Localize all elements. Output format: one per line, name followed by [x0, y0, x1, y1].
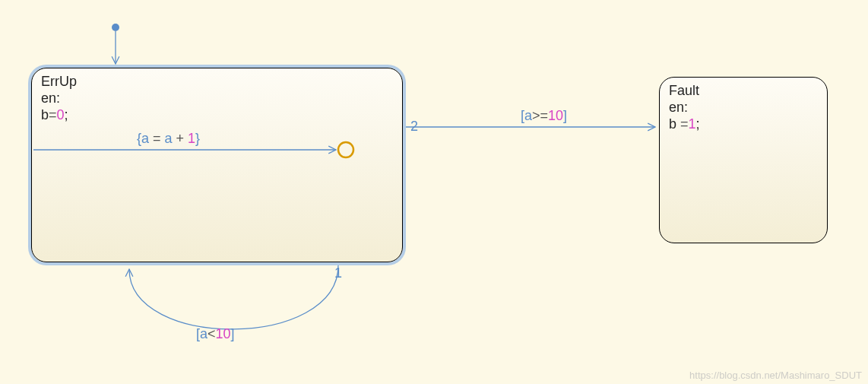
self-transition [129, 265, 338, 329]
state-fault-entry-key: en: [669, 99, 818, 116]
state-errup-entry-key: en: [41, 90, 393, 106]
stateflow-canvas: ErrUp en: b=0; Fault en: b =1; {a = a + … [0, 0, 868, 384]
state-fault[interactable]: Fault en: b =1; [659, 77, 828, 243]
state-fault-name: Fault [669, 82, 818, 99]
watermark: https://blog.csdn.net/Mashimaro_SDUT [689, 370, 862, 381]
state-errup-entry-action: b=0; [41, 106, 393, 123]
self-transition-guard: [a<10] [196, 326, 235, 341]
self-transition-priority: 1 [334, 265, 342, 281]
state-errup[interactable]: ErrUp en: b=0; [31, 68, 403, 262]
to-fault-priority: 2 [410, 119, 418, 134]
state-errup-name: ErrUp [41, 73, 393, 90]
to-fault-guard: [a>=10] [521, 108, 567, 123]
junction[interactable] [338, 142, 353, 157]
default-transition-dot [112, 24, 119, 31]
state-fault-entry-action: b =1; [669, 116, 818, 132]
